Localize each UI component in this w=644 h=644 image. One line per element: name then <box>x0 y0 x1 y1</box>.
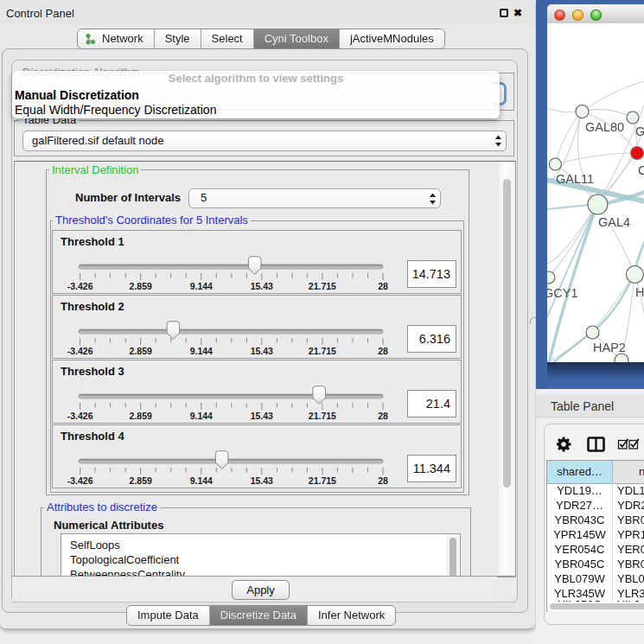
svg-text:21.715: 21.715 <box>309 281 336 291</box>
svg-text:15.43: 15.43 <box>251 411 273 421</box>
svg-text:2.859: 2.859 <box>130 346 152 356</box>
svg-text:15.43: 15.43 <box>251 281 273 291</box>
svg-text:9.144: 9.144 <box>190 346 213 356</box>
svg-text:28: 28 <box>378 411 388 421</box>
svg-text:2.859: 2.859 <box>130 281 152 291</box>
svg-text:-3.426: -3.426 <box>67 281 93 291</box>
svg-text:21.715: 21.715 <box>309 411 336 421</box>
svg-text:2.859: 2.859 <box>130 411 152 421</box>
svg-text:-3.426: -3.426 <box>67 411 93 421</box>
svg-text:9.144: 9.144 <box>190 411 213 421</box>
svg-text:21.715: 21.715 <box>309 346 336 356</box>
svg-text:28: 28 <box>378 475 388 486</box>
svg-text:15.43: 15.43 <box>251 346 273 356</box>
svg-text:2.859: 2.859 <box>130 475 152 486</box>
svg-text:15.43: 15.43 <box>251 475 273 486</box>
svg-text:21.715: 21.715 <box>309 475 336 486</box>
svg-text:-3.426: -3.426 <box>67 346 93 356</box>
svg-text:9.144: 9.144 <box>190 281 213 291</box>
svg-text:28: 28 <box>378 346 388 356</box>
svg-text:28: 28 <box>378 281 388 291</box>
svg-text:-3.426: -3.426 <box>67 475 93 486</box>
svg-text:9.144: 9.144 <box>190 475 213 486</box>
